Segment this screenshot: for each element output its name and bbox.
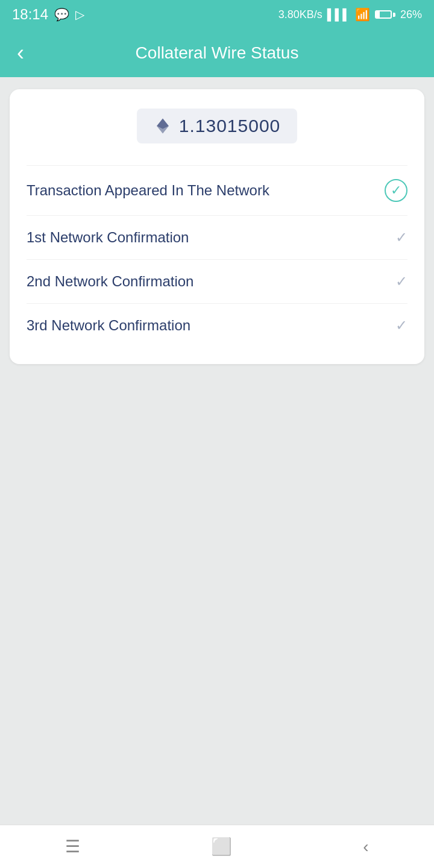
- back-nav-button[interactable]: ‹: [346, 830, 385, 864]
- status-card: 1.13015000 Transaction Appeared In The N…: [10, 89, 424, 364]
- amount-value: 1.13015000: [179, 116, 281, 136]
- wifi-icon: 📶: [355, 7, 370, 22]
- menu-button[interactable]: ☰: [48, 829, 97, 864]
- step-pending-icon-2: ✓: [395, 229, 407, 246]
- checkmark-icon: ✓: [391, 183, 401, 198]
- step-label-3: 2nd Network Confirmation: [27, 273, 193, 290]
- status-time: 18:14: [12, 6, 48, 23]
- content-area: 1.13015000 Transaction Appeared In The N…: [0, 77, 434, 825]
- page-title: Collateral Wire Status: [136, 43, 299, 63]
- step-pending-icon-3: ✓: [395, 273, 407, 290]
- step-label-2: 1st Network Confirmation: [27, 229, 189, 246]
- signal-icon: ▌▌▌: [327, 8, 350, 21]
- step-complete-icon-1: ✓: [385, 179, 407, 202]
- step-row-1: Transaction Appeared In The Network ✓: [27, 165, 407, 215]
- toolbar: ‹ Collateral Wire Status: [0, 29, 434, 77]
- step-pending-icon-4: ✓: [395, 317, 407, 334]
- battery-indicator: [375, 10, 395, 19]
- status-bar: 18:14 💬 ▷ 3.80KB/s ▌▌▌ 📶 26%: [0, 0, 434, 29]
- network-speed: 3.80KB/s: [278, 8, 322, 21]
- battery-pct: 26%: [400, 8, 422, 21]
- status-left: 18:14 💬 ▷: [12, 6, 84, 23]
- step-row-4: 3rd Network Confirmation ✓: [27, 303, 407, 347]
- step-row-2: 1st Network Confirmation ✓: [27, 215, 407, 259]
- step-label-4: 3rd Network Confirmation: [27, 317, 190, 334]
- message-icon: 💬: [54, 7, 69, 22]
- step-row-3: 2nd Network Confirmation ✓: [27, 259, 407, 303]
- amount-badge: 1.13015000: [137, 108, 298, 143]
- eth-icon: [154, 117, 172, 135]
- play-icon: ▷: [75, 7, 84, 22]
- back-button[interactable]: ‹: [12, 37, 29, 69]
- amount-row: 1.13015000: [27, 108, 407, 143]
- bottom-nav: ☰ ⬜ ‹: [0, 825, 434, 868]
- status-right: 3.80KB/s ▌▌▌ 📶 26%: [278, 7, 422, 22]
- home-button[interactable]: ⬜: [194, 829, 249, 864]
- step-label-1: Transaction Appeared In The Network: [27, 182, 269, 199]
